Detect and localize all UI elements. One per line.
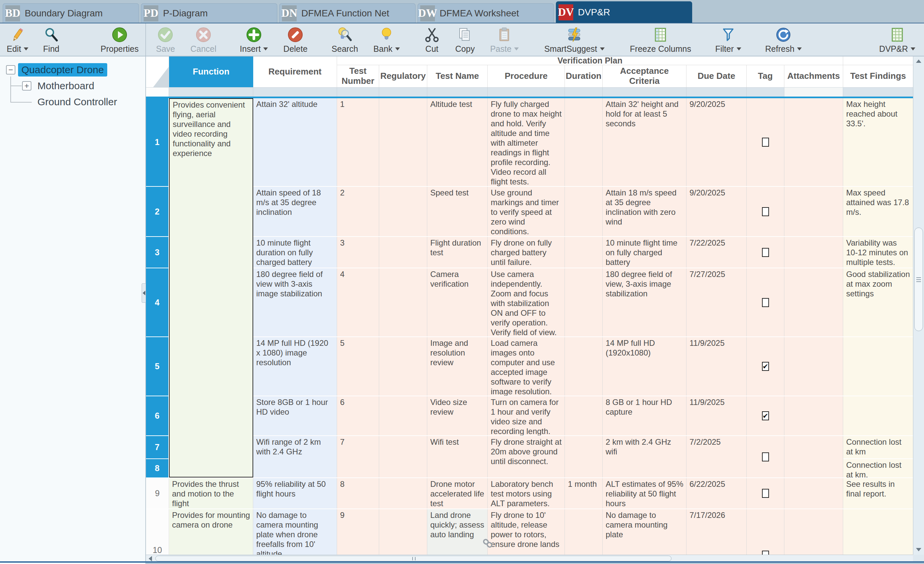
cell-acceptance-criteria[interactable]: Attain 18 m/s speed at 35 degree inclina… (603, 187, 687, 236)
cell-requirement[interactable]: 10 minute flight duration on fully charg… (253, 237, 337, 268)
row-header[interactable]: 2 (146, 187, 169, 236)
filter-cell-due-date[interactable] (687, 87, 747, 96)
cell-duration[interactable] (565, 337, 603, 396)
filter-cell-procedure[interactable] (488, 87, 565, 96)
cell-function[interactable]: Provides convenient flying, aerial surve… (169, 98, 253, 477)
cell-due-date[interactable]: 11/9/2025 (687, 337, 747, 396)
cell-acceptance-criteria[interactable]: 8 GB or 1 hour HD capture (603, 396, 687, 435)
delete-button[interactable]: Delete (283, 26, 308, 54)
column-header-test-findings[interactable]: Test Findings (843, 65, 913, 87)
tab-dfmea-worksheet[interactable]: DW DFMEA Worksheet (418, 3, 554, 23)
row-header[interactable]: 6 (146, 396, 169, 435)
cell-test-number[interactable]: 8 (337, 478, 379, 508)
cell-regulatory[interactable] (379, 237, 427, 268)
row-header[interactable]: 8 (146, 459, 169, 477)
cell-test-number[interactable]: 6 (337, 396, 379, 435)
cell-acceptance-criteria[interactable]: Attain 32' height and hold for at least … (603, 98, 687, 186)
cell-regulatory[interactable] (379, 268, 427, 336)
cell-due-date[interactable]: 7/27/2025 (687, 268, 747, 336)
filter-button[interactable]: Filter (715, 26, 741, 54)
cell-test-name[interactable]: Wifi test (427, 436, 488, 477)
search-button[interactable]: Search (332, 26, 358, 54)
cell-attachments[interactable] (784, 268, 843, 336)
cell-function[interactable]: Provides for mounting camera on drone (169, 509, 253, 555)
vertical-scroll-thumb[interactable] (914, 228, 923, 331)
refresh-button[interactable]: Refresh (765, 26, 802, 54)
cell-regulatory[interactable] (379, 396, 427, 435)
cell-test-findings[interactable] (843, 509, 913, 555)
cell-test-number[interactable]: 5 (337, 337, 379, 396)
cell-test-name[interactable]: Drone motor accelerated life test (427, 478, 488, 508)
tag-checkbox[interactable] (762, 489, 769, 498)
cell-attachments[interactable] (784, 187, 843, 236)
cell-requirement[interactable]: Wifi range of 2 km with 2.4 GHz (253, 436, 337, 477)
tab-p-diagram[interactable]: PD P-Diagram (141, 3, 277, 23)
edit-button[interactable]: Edit (7, 26, 28, 54)
cell-attachments[interactable] (784, 509, 843, 555)
cell-duration[interactable] (565, 436, 603, 477)
bank-button[interactable]: Bank (374, 26, 400, 54)
cell-test-findings[interactable]: Connection lost at km. (843, 459, 913, 477)
cell-test-number[interactable]: 9 (337, 509, 379, 555)
tree-item-quadcopter-drone[interactable]: − Quadcopter Drone (6, 62, 146, 78)
scroll-up-arrow-icon[interactable] (913, 57, 924, 66)
cell-test-number[interactable]: 1 (337, 98, 379, 186)
column-header-attachments[interactable]: Attachments (784, 65, 843, 87)
row-header[interactable]: 7 (146, 436, 169, 458)
cell-requirement[interactable]: 14 MP full HD (1920 x 1080) image resolu… (253, 337, 337, 396)
row-header[interactable]: 1 (146, 98, 169, 186)
vertical-scrollbar[interactable] (913, 57, 924, 555)
cell-due-date[interactable]: 9/20/2025 (687, 98, 747, 186)
column-header-test-number[interactable]: Test Number (337, 65, 379, 87)
cell-due-date[interactable]: 7/2/2025 (687, 436, 747, 477)
tree-item-ground-controller[interactable]: Ground Controller (6, 94, 146, 110)
tag-checkbox[interactable] (762, 138, 769, 147)
freeze-columns-button[interactable]: Freeze Columns (630, 26, 691, 54)
filter-cell-acceptance-criteria[interactable] (603, 87, 687, 96)
cell-requirement[interactable]: 180 degree field of view with 3-axis ima… (253, 268, 337, 336)
cell-test-name[interactable]: Camera verification (427, 268, 488, 336)
collapse-expander-icon[interactable]: − (6, 65, 15, 75)
column-header-requirement[interactable]: Requirement (253, 57, 337, 87)
scroll-down-arrow-icon[interactable] (913, 545, 924, 554)
find-button[interactable]: Find (43, 26, 60, 54)
cell-procedure[interactable]: Turn on camera for 1 hour and verify vid… (488, 396, 565, 435)
cell-test-findings[interactable]: Variability was 10-12 minutes on multipl… (843, 237, 913, 268)
tree-item-label[interactable]: Motherboard (34, 79, 98, 93)
cut-button[interactable]: Cut (424, 26, 440, 54)
filter-cell-test-name[interactable] (427, 87, 488, 96)
cell-procedure[interactable]: Load camera images onto computer and use… (488, 337, 565, 396)
cell-duration[interactable] (565, 98, 603, 186)
filter-cell-function[interactable] (169, 87, 253, 96)
insert-button[interactable]: Insert (240, 26, 268, 54)
row-header[interactable]: 5 (146, 337, 169, 396)
tag-checkbox[interactable] (762, 298, 769, 307)
cell-procedure[interactable]: Fly drone to 10' altitude, release power… (488, 509, 565, 555)
cancel-button[interactable]: Cancel (190, 26, 216, 54)
cell-due-date[interactable]: 6/22/2025 (687, 478, 747, 508)
column-header-procedure[interactable]: Procedure (488, 65, 565, 87)
cell-procedure[interactable]: Fly fully charged drone to max height an… (488, 98, 565, 186)
cell-duration[interactable] (565, 509, 603, 555)
tag-checkbox-checked[interactable]: ✔ (762, 411, 769, 420)
horizontal-scrollbar[interactable] (146, 555, 924, 562)
cell-test-number[interactable]: 3 (337, 237, 379, 268)
cell-test-name[interactable]: Land drone quickly; assess auto landing (427, 509, 488, 555)
filter-cell[interactable] (146, 87, 169, 96)
tree-item-label[interactable]: Ground Controller (34, 95, 120, 109)
cell-attachments[interactable] (784, 337, 843, 396)
cell-regulatory[interactable] (379, 478, 427, 508)
cell-test-name[interactable]: Video size review (427, 396, 488, 435)
tree-item-motherboard[interactable]: + Motherboard (6, 78, 146, 94)
cell-test-findings[interactable]: Max height reached about 33.5'. (843, 98, 913, 186)
properties-button[interactable]: Properties (100, 26, 139, 54)
cell-requirement[interactable]: 95% reliability at 50 flight hours (253, 478, 337, 508)
cell-duration[interactable] (565, 187, 603, 236)
cell-test-findings[interactable] (843, 337, 913, 396)
tag-checkbox[interactable] (762, 452, 769, 461)
column-header-test-name[interactable]: Test Name (427, 65, 488, 87)
cell-regulatory[interactable] (379, 509, 427, 555)
cell-test-number[interactable]: 2 (337, 187, 379, 236)
column-header-due-date[interactable]: Due Date (687, 65, 747, 87)
column-header-acceptance-criteria[interactable]: Acceptance Criteria (603, 65, 687, 87)
